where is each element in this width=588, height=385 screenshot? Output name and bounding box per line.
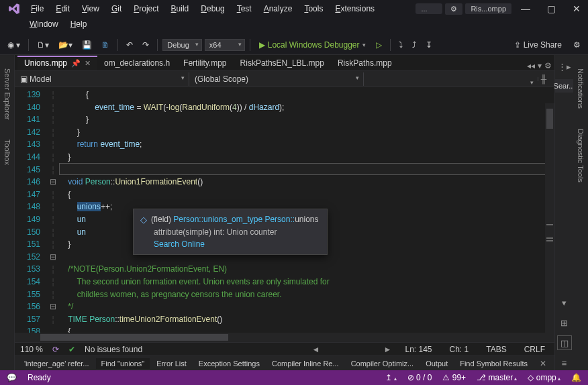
eol-indicator[interactable]: CRLF (520, 344, 549, 355)
solution-name[interactable]: Ris...ompp (465, 3, 511, 14)
nav-scope-combo[interactable]: ▣ Model (15, 72, 189, 86)
tool-tab[interactable]: 'integer_age' refer... (19, 358, 95, 369)
pin-icon[interactable]: 📌 (71, 59, 81, 68)
menu-window[interactable]: Window (24, 17, 64, 31)
tool-window-tabs: 'integer_age' refer...Find "unions"Error… (15, 355, 554, 370)
minimize-button[interactable]: — (514, 0, 537, 17)
close-button[interactable]: ✕ (565, 0, 588, 17)
tool-tab[interactable]: Exception Settings (193, 358, 265, 369)
tab-overflow-icon[interactable]: ◂◂ (527, 61, 535, 70)
menu-test[interactable]: Test (232, 2, 257, 15)
menu-extensions[interactable]: Extensions (330, 2, 380, 15)
expand-icon[interactable]: ⋮▸ (557, 59, 572, 74)
field-icon: ◇ (140, 215, 147, 225)
error-count[interactable]: ⊘ 0 / 0 (407, 373, 432, 382)
tab-dropdown-icon[interactable]: ▾ (538, 61, 542, 70)
liveshare-button[interactable]: ⇪ Live Share (509, 40, 567, 50)
nav-back-icon[interactable]: ◉ ▾ (4, 38, 23, 52)
tool-tab[interactable]: Find "unions" (96, 358, 150, 369)
add-source-control-icon[interactable]: ↥ (385, 373, 396, 382)
dropdown-icon[interactable]: ▾ (557, 295, 572, 310)
tool-tab[interactable]: Compiler Inline Re... (266, 358, 344, 369)
platform-combo[interactable]: x64 (205, 39, 245, 51)
start-no-debug-icon[interactable]: ▷ (373, 38, 385, 52)
repo-indicator[interactable]: ◇ ompp (528, 373, 560, 382)
menu-edit[interactable]: Edit (50, 2, 75, 15)
horizontal-scrollbar[interactable] (15, 333, 554, 342)
nav-function-combo[interactable] (364, 77, 538, 81)
nav-member-combo[interactable]: (Global Scope) (189, 72, 364, 86)
menu-debug[interactable]: Debug (195, 2, 230, 15)
maximize-button[interactable]: ▢ (540, 0, 562, 17)
refresh-icon[interactable]: ⟳ (52, 345, 59, 354)
status-text: Ready (28, 373, 51, 382)
menu-build[interactable]: Build (166, 2, 195, 15)
col-indicator[interactable]: Ch: 1 (446, 344, 473, 355)
tooltip-search-online[interactable]: Search Online (154, 239, 320, 249)
split-icon[interactable]: ╫ (538, 74, 549, 84)
notifications-icon[interactable]: 🔔 (571, 373, 581, 382)
chat-icon[interactable]: 💬 (7, 373, 17, 382)
config-combo[interactable]: Debug (162, 39, 201, 51)
account-icon[interactable]: ⚙ (445, 3, 462, 15)
rail-diagnostic-tools[interactable]: Diagnostic Tools (577, 129, 585, 182)
step-icon[interactable]: ⤵ (395, 38, 406, 52)
outline-margin[interactable]: ¦¦¦¦¦¦¦⊟ ¦¦¦¦¦⊟¦¦¦⊟¦ (47, 87, 59, 333)
menu-file[interactable]: File (26, 2, 49, 15)
start-debug-button[interactable]: ▶ Local Windows Debugger ▾ (255, 39, 370, 51)
tool-tab[interactable]: Find Symbol Results (454, 358, 533, 369)
new-item-icon[interactable]: 🗋▾ (34, 38, 52, 52)
menu-analyze[interactable]: Analyze (258, 2, 298, 15)
menu-project[interactable]: Project (128, 2, 164, 15)
doc-tab[interactable]: om_declarations.h (97, 56, 177, 70)
tool-tabs-close-icon[interactable]: ✕ (536, 359, 550, 368)
save-all-icon[interactable]: 🗎 (98, 38, 113, 52)
menu-tools[interactable]: Tools (299, 2, 328, 15)
save-icon[interactable]: 💾 (79, 38, 95, 52)
menu-git[interactable]: Git (106, 2, 127, 15)
branch-indicator[interactable]: ⎇ master (477, 373, 517, 382)
tool-tab[interactable]: Output (420, 358, 453, 369)
vertical-scrollbar[interactable] (545, 103, 554, 333)
doc-tab[interactable]: RiskPaths.mpp (331, 56, 399, 70)
hscroll-thumb[interactable] (40, 334, 228, 341)
tab-label: RiskPathsEN_LBL.mpp (240, 58, 324, 68)
manage-icon[interactable]: ⚙ (570, 38, 584, 52)
warn-count[interactable]: ⚠ 99+ (442, 373, 466, 382)
step-over-icon[interactable]: ⤴ (409, 38, 420, 52)
search-box[interactable]: ... (415, 3, 442, 14)
status-bar: 💬 Ready ↥ ⊘ 0 / 0 ⚠ 99+ ⎇ master ◇ ompp … (0, 370, 588, 385)
tool-tab[interactable]: Compiler Optimiz... (346, 358, 420, 369)
project-icon: ▣ (20, 74, 28, 84)
step-out-icon[interactable]: ↧ (422, 38, 436, 52)
tab-gear-icon[interactable]: ⚙ (544, 61, 552, 70)
right-tool-strip-1: ⋮▸ Sear... ▾ ⊞ ◫ ≡ (554, 55, 573, 370)
zoom-level[interactable]: 110 % (20, 345, 43, 354)
hscroll-right-icon[interactable]: ► (384, 345, 392, 354)
list-icon[interactable]: ≡ (557, 355, 572, 370)
close-tab-icon[interactable]: ✕ (85, 59, 91, 68)
menu-help[interactable]: Help (65, 17, 93, 31)
rail-toolbox[interactable]: Toolbox (3, 140, 11, 165)
open-icon[interactable]: 📂▾ (55, 38, 76, 52)
doc-tab[interactable]: Fertility.mpp (177, 56, 233, 70)
vscroll-thumb[interactable] (546, 109, 553, 129)
menu-view[interactable]: View (77, 2, 105, 15)
grid-icon[interactable]: ⊞ (557, 315, 572, 330)
tool-tab[interactable]: Error List (151, 358, 192, 369)
code-editor[interactable]: 1391401411421431441451461471481491501511… (15, 87, 554, 333)
tab-label: RiskPaths.mpp (338, 58, 392, 68)
indent-indicator[interactable]: TABS (482, 344, 510, 355)
panel-icon[interactable]: ◫ (557, 335, 572, 350)
redo-icon[interactable]: ↷ (139, 38, 152, 52)
doc-tab[interactable]: Unions.mpp📌✕ (17, 56, 97, 70)
issues-label[interactable]: No issues found (85, 345, 142, 354)
doc-tab[interactable]: RiskPathsEN_LBL.mpp (234, 56, 331, 70)
rail-server-explorer[interactable]: Server Explorer (3, 68, 11, 119)
line-indicator[interactable]: Ln: 145 (401, 344, 436, 355)
tooltip-type-link[interactable]: Person::unions_om_type Person:: (173, 215, 295, 224)
undo-icon[interactable]: ↶ (123, 38, 136, 52)
liveshare-label: Live Share (524, 40, 562, 50)
hscroll-left-icon[interactable]: ◄ (311, 345, 320, 354)
rail-notifications[interactable]: Notifications (577, 68, 585, 109)
